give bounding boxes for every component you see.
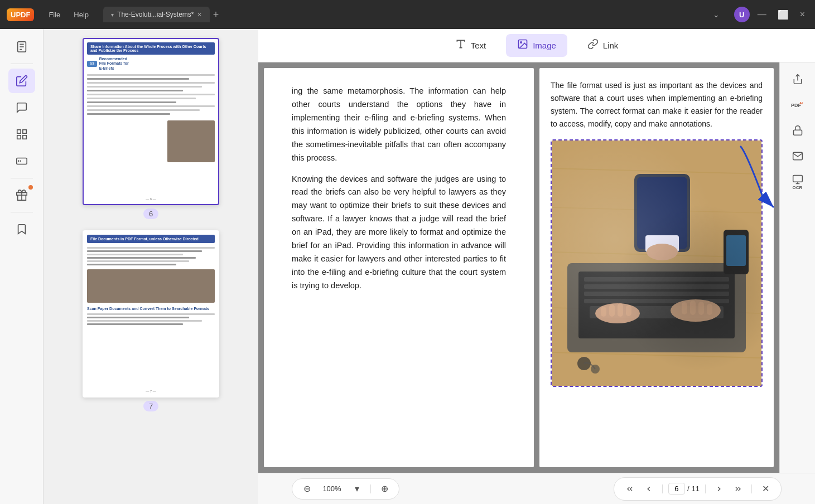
svg-rect-37 [682,302,687,314]
maximize-btn[interactable]: ⬜ [774,8,792,21]
thumb-header-7: File Documents in PDF Format, unless Oth… [87,235,215,243]
svg-rect-52 [793,130,802,135]
zoom-in-btn[interactable]: ⊕ [378,482,391,496]
gift-badge [28,185,33,190]
svg-rect-43 [634,174,690,252]
thumb-card-6[interactable]: Share Information About the Whole Proces… [83,38,219,205]
svg-rect-8 [16,158,26,164]
svg-rect-38 [690,301,696,315]
menu-help[interactable]: Help [68,8,94,21]
zoom-dropdown-btn[interactable]: ▾ [350,482,364,496]
new-tab-btn[interactable]: + [213,9,219,21]
thumbnail-page-6[interactable]: Share Information About the Whole Proces… [83,38,219,219]
selected-image [552,140,761,386]
nav-next-btn[interactable] [711,481,727,497]
user-avatar[interactable]: U [734,7,750,22]
page-indicator: / 11 [668,483,700,495]
thumb-card-7[interactable]: File Documents in PDF Format, unless Oth… [83,230,219,398]
titlebar-controls: U — ⬜ × [734,7,808,22]
svg-rect-27 [584,284,729,289]
svg-rect-44 [637,177,687,249]
sidebar-icon-edit[interactable] [8,69,35,93]
page-text-left: ing the same metamorphosis. The informat… [292,85,506,293]
content-area: Text Image [258,29,815,504]
sidebar-icon-redact[interactable] [8,149,35,173]
svg-rect-29 [584,299,729,303]
top-toolbar: Text Image [258,29,815,62]
lock-icon-btn[interactable] [785,119,810,142]
tab-close-btn[interactable]: × [197,10,201,19]
page-content-left[interactable]: ing the same metamorphosis. The informat… [264,68,534,467]
text-tool-label: Text [471,41,486,50]
sidebar-icon-organize[interactable] [8,122,35,147]
tab-title: The-Evoluti...ial-Systems* [117,11,194,18]
close-editor-btn[interactable]: ✕ [758,481,773,497]
svg-rect-35 [618,303,623,317]
link-tool-btn[interactable]: Link [576,34,630,57]
svg-rect-40 [707,304,712,315]
thumb-pagenum-7: 7 [143,401,158,411]
thumb-pagenum-6: 6 [143,209,158,219]
zoom-divider [370,484,371,493]
app-logo: UPDF [7,8,34,21]
zoom-out-btn[interactable]: ⊖ [300,482,314,496]
svg-line-20 [552,207,761,213]
svg-text:AI: AI [799,101,803,105]
svg-rect-28 [584,292,729,296]
svg-rect-5 [22,130,26,133]
svg-rect-18 [552,140,761,386]
nav-prev-btn[interactable] [641,481,657,497]
nav-controls: / 11 ✕ [614,477,782,501]
sidebar-icon-bookmark[interactable] [8,217,35,241]
nav-first-btn[interactable] [622,481,638,497]
sidebar-icon-comment[interactable] [8,95,35,120]
titlebar-menu: File Help [43,8,94,21]
svg-rect-30 [590,306,724,318]
svg-rect-42 [726,235,746,266]
share-icon-btn[interactable] [785,68,810,90]
menu-file[interactable]: File [43,8,66,21]
close-btn[interactable]: × [797,8,808,21]
thumbnail-panel[interactable]: Share Information About the Whole Proces… [44,29,258,504]
page-input[interactable] [668,483,685,495]
svg-rect-25 [578,272,735,338]
svg-rect-53 [793,175,802,182]
svg-rect-4 [17,130,20,133]
main-area: Share Information About the Whole Proces… [0,29,815,504]
sidebar-icon-gift[interactable] [8,183,35,207]
image-tool-btn[interactable]: Image [506,34,567,57]
svg-point-31 [595,303,640,323]
svg-line-22 [552,308,761,313]
svg-point-47 [577,357,591,370]
mail-icon-btn[interactable] [785,145,810,167]
minimize-btn[interactable]: — [754,8,770,21]
svg-rect-45 [645,235,679,252]
thumb-header-6: Share Information About the Whole Proces… [87,42,215,55]
bottom-toolbar: ⊖ 100% ▾ ⊕ [258,473,815,504]
tab-list-btn[interactable]: ⌄ [713,10,720,19]
nav-divider-1 [662,484,663,493]
active-tab[interactable]: ▾ The-Evoluti...ial-Systems* × [103,7,210,22]
svg-rect-24 [567,263,746,352]
sidebar-divider-3 [11,212,33,212]
link-tool-label: Link [603,41,619,50]
page-separator: / [687,484,689,493]
svg-rect-7 [17,135,20,139]
ocr-icon-btn[interactable]: OCR [785,171,810,193]
pdf-ai-icon-btn[interactable]: PDF AI [785,94,810,116]
svg-point-16 [520,42,522,43]
sidebar-icon-document[interactable] [8,35,35,59]
titlebar: UPDF File Help ▾ The-Evoluti...ial-Syste… [0,0,815,29]
nav-divider-3 [751,484,752,493]
svg-rect-34 [609,304,615,317]
pdf-view: ing the same metamorphosis. The informat… [258,62,815,473]
svg-rect-36 [626,305,631,316]
nav-last-btn[interactable] [730,481,746,497]
thumbnail-page-7[interactable]: File Documents in PDF Format, unless Oth… [83,230,219,411]
tab-dropdown-arrow: ▾ [111,12,114,18]
text-tool-btn[interactable]: Text [444,34,498,57]
left-sidebar [0,29,44,504]
image-selection-box[interactable] [551,139,763,387]
svg-line-21 [552,252,761,258]
svg-line-19 [552,168,761,174]
